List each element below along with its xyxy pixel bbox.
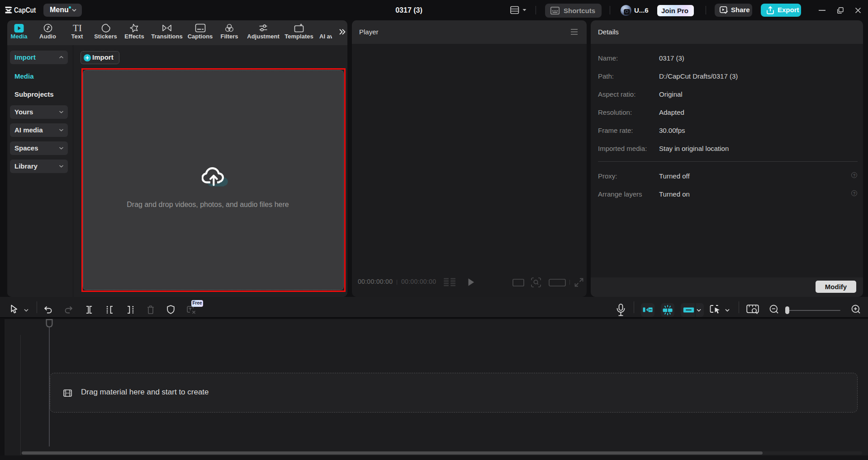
svg-text:TI: TI [73,23,82,33]
